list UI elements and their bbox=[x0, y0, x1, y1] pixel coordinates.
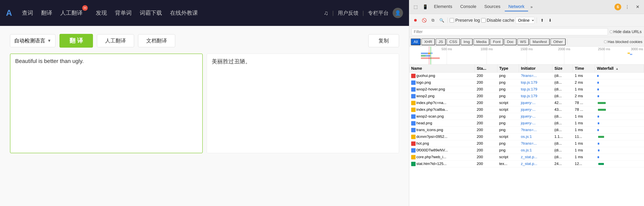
translation-boxes: Beautiful is better than ugly. 美丽胜过丑陋。 bbox=[10, 54, 399, 153]
col-type[interactable]: Type bbox=[497, 65, 519, 72]
expert-platform-link[interactable]: 专栏平台 bbox=[368, 9, 389, 16]
cell-name: index.php?c=na... bbox=[409, 99, 474, 106]
type-btn-font[interactable]: Font bbox=[490, 38, 503, 45]
preserve-log-checkbox[interactable] bbox=[450, 18, 454, 22]
table-row[interactable]: head.png200pngjquery-...(di...1 ms bbox=[409, 120, 644, 127]
table-row[interactable]: dcmm?psi=0952...200scriptos.js:11.1...11… bbox=[409, 133, 644, 140]
copy-button[interactable]: 复制 bbox=[368, 34, 399, 47]
table-row[interactable]: index.php?c=na...200scriptjquery-...42..… bbox=[409, 99, 644, 106]
cell-time: 78 ... bbox=[573, 106, 595, 113]
close-devtools-icon[interactable]: ✕ bbox=[633, 2, 642, 11]
cell-type: script bbox=[497, 106, 519, 113]
more-tabs-icon[interactable]: » bbox=[529, 3, 534, 11]
type-btn-css[interactable]: CSS bbox=[446, 38, 460, 45]
filter-input[interactable] bbox=[412, 28, 608, 35]
hide-data-urls-label[interactable]: Hide data URLs bbox=[610, 29, 642, 34]
table-row[interactable]: logo.png200pngtop.js:179(di...2 ms bbox=[409, 79, 644, 86]
table-header: Name Sta... Type Initiator Size Time Wat… bbox=[409, 65, 644, 72]
disable-cache-label[interactable]: Disable cache bbox=[481, 18, 514, 23]
online-select[interactable]: Online bbox=[516, 17, 535, 24]
type-btn-all[interactable]: All bbox=[411, 38, 420, 45]
search-icon[interactable]: 🔍 bbox=[438, 16, 446, 24]
type-btn-media[interactable]: Media bbox=[474, 38, 490, 45]
col-status[interactable]: Sta... bbox=[474, 65, 497, 72]
table-row[interactable]: guohui.png200png?trans=...(di...1 ms bbox=[409, 72, 644, 79]
has-blocked-checkbox[interactable] bbox=[604, 40, 607, 43]
nav-item-search[interactable]: 查词 bbox=[22, 9, 33, 17]
record-icon[interactable]: ⏺ bbox=[412, 16, 419, 24]
table-row[interactable]: trans_icons.png200png?trans=...(di...1 m… bbox=[409, 127, 644, 133]
cell-type: script bbox=[497, 154, 519, 160]
table-row[interactable]: 0f000DTw89eNV...200pngos.js:1(di...1 ms bbox=[409, 147, 644, 154]
table-row[interactable]: core.php?web_i...200scriptz_stat.p...(di… bbox=[409, 154, 644, 160]
cell-type: png bbox=[497, 147, 519, 154]
col-time[interactable]: Time bbox=[573, 65, 595, 72]
download-icon[interactable]: ⬇ bbox=[547, 17, 554, 24]
inspect-icon[interactable]: ⬚ bbox=[411, 2, 420, 11]
cell-initiator: ?trans=... bbox=[519, 140, 552, 147]
source-text-box[interactable]: Beautiful is better than ugly. bbox=[10, 54, 203, 153]
cell-name: stat.htm?id=125... bbox=[409, 160, 474, 167]
col-name[interactable]: Name bbox=[409, 65, 474, 72]
type-btn-img[interactable]: Img bbox=[461, 38, 473, 45]
nav-item-discover[interactable]: 发现 bbox=[96, 9, 107, 17]
tab-console[interactable]: Console bbox=[457, 2, 480, 11]
avatar[interactable]: 👤 bbox=[392, 8, 403, 18]
type-btn-ws[interactable]: WS bbox=[517, 38, 529, 45]
nav-item-human-translate[interactable]: 人工翻译 H bbox=[60, 9, 88, 17]
user-feedback-link[interactable]: 用户反馈 bbox=[338, 9, 358, 16]
table-row[interactable]: wxsp2-hover.png200pngtop.js:179(di...1 m… bbox=[409, 86, 644, 93]
filter-icon[interactable]: ⧉ bbox=[429, 16, 437, 24]
cell-name: dcmm?psi=0952... bbox=[409, 133, 474, 140]
table-row[interactable]: wxsp2-scan.png200pngjquery-...(di...1 ms bbox=[409, 113, 644, 120]
col-size[interactable]: Size bbox=[552, 65, 573, 72]
has-blocked-label[interactable]: Has blocked cookies bbox=[604, 40, 642, 44]
disable-cache-checkbox[interactable] bbox=[481, 18, 486, 22]
cell-type: png bbox=[497, 120, 519, 127]
cell-initiator: top.js:179 bbox=[519, 93, 552, 99]
cell-status: 200 bbox=[474, 127, 497, 133]
network-table-wrap[interactable]: Name Sta... Type Initiator Size Time Wat… bbox=[409, 65, 644, 206]
type-btn-doc[interactable]: Doc bbox=[504, 38, 516, 45]
doc-translate-button[interactable]: 文档翻译 bbox=[138, 34, 175, 47]
tab-elements[interactable]: Elements bbox=[430, 2, 456, 11]
nav-item-translate[interactable]: 翻译 bbox=[41, 9, 52, 17]
type-btn-xhr[interactable]: XHR bbox=[421, 38, 435, 45]
table-body: guohui.png200png?trans=...(di...1 mslogo… bbox=[409, 72, 644, 167]
upload-icon[interactable]: ⬆ bbox=[539, 17, 546, 24]
hide-data-urls-checkbox[interactable] bbox=[610, 30, 612, 33]
table-row[interactable]: wxsp2.png200pngtop.js:179(di...2 ms bbox=[409, 93, 644, 99]
clear-icon[interactable]: 🚫 bbox=[420, 16, 428, 24]
more-options-icon[interactable]: ⋮ bbox=[623, 2, 632, 11]
type-btn-js[interactable]: JS bbox=[436, 38, 446, 45]
preserve-log-label[interactable]: Preserve log bbox=[450, 18, 480, 23]
tab-sources[interactable]: Sources bbox=[480, 2, 504, 11]
col-waterfall[interactable]: Waterfall ▲ bbox=[595, 65, 644, 72]
tab-network[interactable]: Network bbox=[505, 2, 528, 11]
timeline-svg: 500 ms 1000 ms 1500 ms 2000 ms 2500 ms 3… bbox=[409, 47, 644, 65]
type-filter-row: All XHR JS CSS Img Media Font Doc WS Man… bbox=[409, 37, 644, 47]
device-icon[interactable]: 📱 bbox=[421, 2, 430, 11]
music-icon[interactable]: ♫ bbox=[324, 9, 328, 16]
nav-item-tutor[interactable]: 在线外教课 bbox=[170, 9, 198, 17]
translate-button[interactable]: 翻 译 bbox=[60, 34, 93, 48]
manual-translate-button[interactable]: 人工翻译 bbox=[97, 34, 134, 47]
timeline-area: 500 ms 1000 ms 1500 ms 2000 ms 2500 ms 3… bbox=[409, 47, 644, 65]
lang-selector[interactable]: 自动检测语言 ▼ bbox=[10, 34, 56, 47]
table-row[interactable]: stat.htm?id=125...200tex...z_stat.p...24… bbox=[409, 160, 644, 167]
cell-name: hot.png bbox=[409, 140, 474, 147]
cell-status: 200 bbox=[474, 72, 497, 79]
nav-item-download[interactable]: 词霸下载 bbox=[140, 9, 162, 17]
table-row[interactable]: index.php?callba...200scriptjquery-...43… bbox=[409, 106, 644, 113]
cell-type: png bbox=[497, 79, 519, 86]
col-initiator[interactable]: Initiator bbox=[519, 65, 552, 72]
cell-type: script bbox=[497, 133, 519, 140]
table-row[interactable]: hot.png200png?trans=...(di...1 ms bbox=[409, 140, 644, 147]
type-btn-other[interactable]: Other bbox=[550, 38, 566, 45]
svg-text:500 ms: 500 ms bbox=[442, 47, 452, 51]
type-btn-manifest[interactable]: Manifest bbox=[530, 38, 550, 45]
nav-item-vocab[interactable]: 背单词 bbox=[115, 9, 132, 17]
cell-waterfall bbox=[595, 160, 644, 167]
cell-name: guohui.png bbox=[409, 72, 474, 79]
cell-size: (di... bbox=[552, 93, 573, 99]
